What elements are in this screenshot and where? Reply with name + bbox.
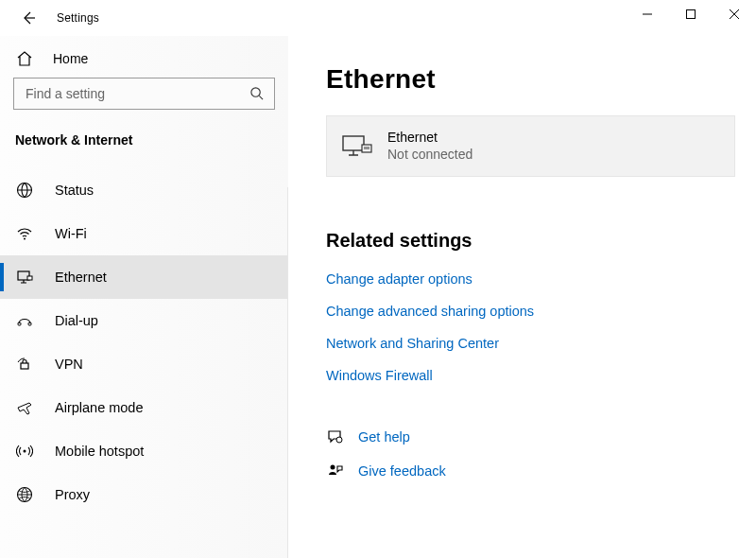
wifi-icon <box>15 224 34 243</box>
proxy-icon <box>15 485 34 504</box>
svg-rect-6 <box>18 323 21 325</box>
svg-rect-11 <box>343 136 364 150</box>
globe-icon <box>15 181 34 200</box>
sidebar-section-label: Network & Internet <box>0 110 288 161</box>
link-windows-firewall[interactable]: Windows Firewall <box>326 359 735 392</box>
connection-name: Ethernet <box>387 130 472 147</box>
sidebar-item-proxy[interactable]: Proxy <box>0 473 288 516</box>
help-get-help: Get help <box>326 420 735 454</box>
sidebar: Home Network & Internet Status <box>0 36 288 558</box>
help-links: Get help Give feedback <box>326 420 735 488</box>
sidebar-item-vpn[interactable]: VPN <box>0 342 288 386</box>
svg-rect-0 <box>687 10 696 19</box>
help-feedback: Give feedback <box>326 454 735 488</box>
sidebar-item-airplane[interactable]: Airplane mode <box>0 386 288 429</box>
svg-point-1 <box>251 88 260 96</box>
search-icon <box>249 86 265 101</box>
sidebar-item-label: Airplane mode <box>55 400 144 415</box>
close-icon <box>730 9 739 19</box>
svg-point-13 <box>336 437 342 443</box>
sidebar-item-dialup[interactable]: Dial-up <box>0 299 288 342</box>
search-input[interactable] <box>24 85 249 102</box>
feedback-icon <box>326 462 345 480</box>
help-link-label[interactable]: Get help <box>358 429 410 445</box>
close-button[interactable] <box>713 0 756 28</box>
sidebar-item-label: VPN <box>55 357 83 372</box>
sidebar-item-ethernet[interactable]: Ethernet <box>0 255 288 299</box>
minimize-icon <box>643 9 652 19</box>
feedback-link-label[interactable]: Give feedback <box>358 463 446 479</box>
home-icon <box>15 49 34 68</box>
maximize-button[interactable] <box>669 0 713 28</box>
dialup-icon <box>15 311 34 330</box>
ethernet-icon <box>15 268 34 287</box>
minimize-button[interactable] <box>626 0 669 28</box>
sidebar-item-label: Wi-Fi <box>55 226 87 241</box>
ethernet-monitor-icon <box>340 132 374 161</box>
related-links: Change adapter options Change advanced s… <box>326 263 735 392</box>
sidebar-home[interactable]: Home <box>0 44 288 78</box>
back-button[interactable] <box>13 3 43 33</box>
arrow-left-icon <box>21 10 36 26</box>
related-settings-heading: Related settings <box>326 230 735 252</box>
svg-rect-8 <box>21 363 28 369</box>
link-sharing-options[interactable]: Change advanced sharing options <box>326 295 735 327</box>
svg-point-14 <box>331 465 335 470</box>
window-title: Settings <box>57 11 99 25</box>
svg-point-3 <box>24 238 26 240</box>
sidebar-item-status[interactable]: Status <box>0 168 288 212</box>
sidebar-item-label: Mobile hotspot <box>55 444 144 459</box>
maximize-icon <box>686 9 696 19</box>
sidebar-item-label: Proxy <box>55 487 90 502</box>
main-content: Ethernet Ethernet Not connected Related … <box>288 36 756 558</box>
chat-help-icon <box>326 427 345 446</box>
link-adapter-options[interactable]: Change adapter options <box>326 263 735 295</box>
vpn-icon <box>15 355 34 374</box>
svg-rect-7 <box>28 323 31 325</box>
sidebar-nav: Status Wi-Fi Ethernet Dial-up <box>0 161 288 516</box>
sidebar-item-wifi[interactable]: Wi-Fi <box>0 212 288 255</box>
sidebar-item-label: Status <box>55 183 94 198</box>
link-network-sharing-center[interactable]: Network and Sharing Center <box>326 327 735 359</box>
sidebar-item-label: Ethernet <box>55 270 107 285</box>
svg-point-9 <box>24 450 26 453</box>
airplane-icon <box>15 398 34 417</box>
sidebar-item-hotspot[interactable]: Mobile hotspot <box>0 429 288 473</box>
connection-status: Not connected <box>387 147 472 164</box>
svg-rect-5 <box>27 276 32 280</box>
page-title: Ethernet <box>326 64 735 95</box>
hotspot-icon <box>15 442 34 461</box>
sidebar-item-label: Dial-up <box>55 313 98 328</box>
search-box[interactable] <box>13 78 275 110</box>
window-controls <box>626 0 756 28</box>
ethernet-connection-card[interactable]: Ethernet Not connected <box>326 115 735 177</box>
sidebar-home-label: Home <box>53 51 88 66</box>
